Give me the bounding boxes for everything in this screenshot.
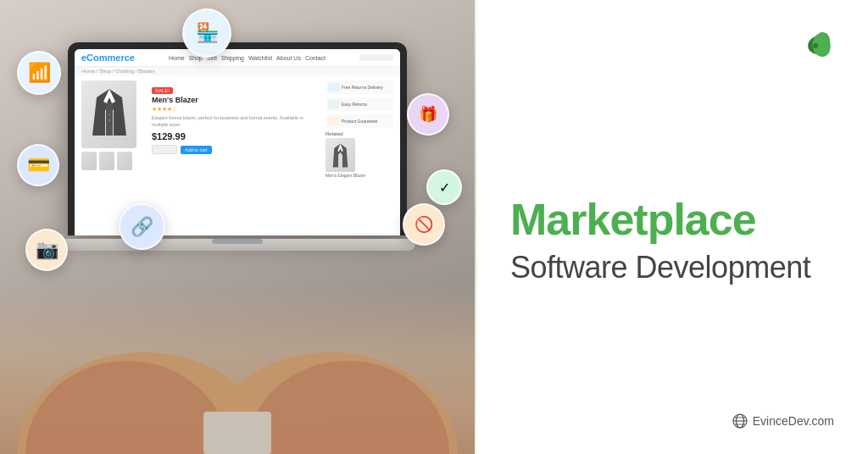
related-product-image [326,138,355,172]
ecom-logo: eCommerce [81,53,135,63]
returns-icon [328,100,340,108]
hands-svg [0,285,475,454]
guarantee-icon [328,117,340,125]
svg-rect-7 [203,412,271,454]
product-price: $129.99 [152,131,319,141]
product-features: Free Returns Delivery Easy Returns Produ… [326,80,393,178]
product-details: SALE! Men's Blazer ★★★★☆ Elegant formal … [152,80,319,178]
website-url: EvinceDev.com [753,414,834,428]
right-panel: Marketplace Software Development EvinceD… [476,0,868,454]
svg-point-1 [108,114,110,115]
gift-icon: 🎁 [419,105,437,124]
store-bubble: 🏪 [182,8,231,58]
hands-overlay [0,285,475,454]
add-to-cart-button[interactable]: Add to cart [181,146,212,154]
thumb-1 [81,152,97,170]
product-title: Men's Blazer [152,96,319,104]
quantity-input[interactable] [152,145,177,154]
right-bottom: EvinceDev.com [510,413,834,429]
camera-icon: 📷 [36,239,58,261]
laptop-notch [212,239,263,244]
check-icon: ✓ [439,180,450,196]
product-images [81,80,145,178]
share-icon: 🔗 [131,216,153,238]
thumb-2 [99,152,114,170]
related-section: Related Men's Elegant Blazer [326,131,393,178]
right-top [510,25,834,68]
ecom-body: SALE! Men's Blazer ★★★★☆ Elegant formal … [75,75,400,183]
feature-guarantee: Product Guarantee [326,114,393,128]
feature-delivery: Free Returns Delivery [326,80,393,94]
laptop: eCommerce Home Shop Sell Shipping Watchl… [51,42,424,251]
right-middle: Marketplace Software Development [510,68,834,413]
sale-badge: SALE! [152,87,173,94]
product-stars: ★★★★☆ [152,106,319,113]
product-description: Elegant formal blazer, perfect for busin… [152,115,319,128]
product-actions: Add to cart [152,145,319,154]
no-icon: 🚫 [415,215,433,234]
store-icon: 🏪 [196,22,219,44]
ecom-search-bar [359,54,393,61]
wifi-icon: 📶 [28,62,51,84]
globe-icon [732,413,748,429]
blazer-svg [88,85,131,144]
card-bubble: 💳 [17,144,59,186]
delivery-icon [328,83,340,91]
main-title: Marketplace [510,196,834,244]
green-bubble: ✓ [426,169,462,205]
laptop-base [59,239,415,251]
sub-title: Software Development [510,250,834,285]
share-bubble: 🔗 [119,203,165,250]
no-icon-bubble: 🚫 [403,203,445,246]
purple-bubble: 🎁 [407,93,449,136]
related-blazer-svg [330,141,351,169]
ecom-header: eCommerce Home Shop Sell Shipping Watchl… [75,49,400,67]
laptop-screen: eCommerce Home Shop Sell Shipping Watchl… [75,49,400,235]
ecom-nav: Home Shop Sell Shipping Watchlist About … [169,55,326,61]
product-thumbnails [81,152,145,170]
camera-bubble: 📷 [25,229,68,271]
feature-returns: Easy Returns [326,97,393,111]
wifi-bubble: 📶 [17,51,61,95]
card-icon: 💳 [27,154,50,176]
evince-logo-icon [792,25,834,68]
thumb-3 [117,152,132,170]
product-main-image [81,80,136,148]
ecom-breadcrumb: Home / Shop / Clothing / Blazers [75,67,400,75]
left-panel: eCommerce Home Shop Sell Shipping Watchl… [0,0,475,454]
laptop-screen-outer: eCommerce Home Shop Sell Shipping Watchl… [68,42,407,235]
svg-point-2 [108,119,110,121]
svg-point-8 [813,43,818,48]
